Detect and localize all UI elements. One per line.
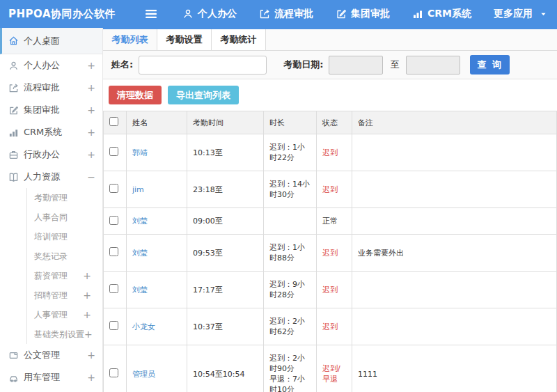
row-checkbox[interactable]	[109, 368, 118, 377]
employee-name-link[interactable]: 刘莹	[132, 217, 148, 226]
sidebar-item[interactable]: 人事管理 +	[26, 305, 102, 324]
attendance-time: 09:53至	[187, 235, 264, 272]
expand-toggle[interactable]: +	[87, 82, 95, 93]
home-icon	[8, 36, 19, 46]
sidebar-item[interactable]: 集团审批 +	[0, 99, 102, 121]
topnav-item-label: 个人办公	[198, 8, 237, 20]
sidebar-item-label: 集团审批	[24, 104, 60, 116]
duration: 迟到：2小时90分 早退：7小时10分	[264, 345, 317, 392]
attendance-time: 17:17至	[187, 272, 264, 308]
row-checkbox[interactable]	[109, 284, 118, 293]
expand-toggle[interactable]: +	[83, 309, 91, 320]
expand-toggle[interactable]: −	[87, 171, 95, 182]
employee-name-link[interactable]: 刘莹	[132, 285, 148, 295]
sidebar-item[interactable]: 人力资源 −	[0, 166, 102, 188]
column-header: 状态	[317, 111, 352, 134]
tab[interactable]: 考勤列表	[103, 29, 157, 50]
sidebar-item[interactable]: 公文管理 +	[0, 344, 102, 366]
select-all-checkbox[interactable]	[109, 117, 118, 126]
duration: 迟到：14小时30分	[264, 171, 317, 208]
sidebar-item[interactable]: 流程审批 +	[0, 77, 102, 99]
sidebar-item-label: 考勤管理	[34, 192, 68, 204]
sidebar-item[interactable]: 个人桌面	[0, 28, 102, 54]
attendance-time: 10:13至	[187, 134, 264, 171]
sidebar-item[interactable]: 薪资管理 +	[26, 266, 102, 285]
column-header: 时长	[264, 111, 317, 134]
row-checkbox[interactable]	[109, 321, 118, 330]
sidebar-item-label: 人力资源	[24, 171, 60, 183]
sidebar-item-label: 招聘管理	[34, 290, 68, 301]
employee-name-link[interactable]: 刘莹	[132, 249, 148, 258]
note	[352, 308, 557, 345]
car-icon	[8, 373, 19, 383]
expand-toggle[interactable]: +	[83, 290, 91, 301]
topnav-item[interactable]: 更多应用	[494, 8, 547, 20]
sidebar-item[interactable]: 行政办公 +	[0, 143, 102, 166]
sidebar-item[interactable]: 考勤管理	[26, 188, 102, 207]
note	[352, 272, 557, 308]
sidebar-item[interactable]: CRM系统 +	[0, 121, 102, 143]
sidebar-item[interactable]: 用车管理 +	[0, 366, 102, 389]
expand-toggle[interactable]: +	[87, 350, 95, 361]
duration: 迟到：2小时62分	[264, 308, 317, 345]
employee-name-link[interactable]: 小龙女	[132, 322, 155, 331]
employee-name-link[interactable]: 管理员	[132, 370, 155, 379]
topnav-item-label: 集团审批	[351, 8, 390, 20]
sidebar-item[interactable]: 培训管理	[26, 227, 102, 246]
name-input[interactable]	[139, 56, 267, 75]
table-row: jim 23:18至 迟到：14小时30分 迟到	[104, 171, 557, 208]
attendance-table: 姓名 考勤时间 时长 状态 备注 郭靖 10:13至 迟到：1小时22分	[103, 111, 557, 392]
table-row: 管理员 10:54至10:54 迟到：2小时90分 早退：7小时10分 迟到/早…	[104, 345, 557, 392]
query-button[interactable]: 查 询	[470, 55, 510, 75]
topnav-item-label: CRM系统	[427, 8, 471, 20]
duration: 迟到：1小时22分	[264, 134, 317, 171]
sidebar-item[interactable]: 奖惩记录	[26, 246, 102, 266]
expand-toggle[interactable]: +	[87, 372, 95, 383]
tab[interactable]: 考勤统计	[212, 29, 266, 50]
topnav-item[interactable]: 集团审批	[336, 8, 390, 20]
date-from-input[interactable]	[329, 56, 383, 75]
topnav-item-label: 更多应用	[494, 8, 533, 20]
sidebar-item[interactable]: 招聘管理 +	[26, 285, 102, 305]
table-row: 小龙女 10:37至 迟到：2小时62分 迟到	[104, 308, 557, 345]
expand-toggle[interactable]: +	[83, 270, 91, 281]
table-row: 刘莹 17:17至 迟到：9小时28分 迟到	[104, 272, 557, 308]
flow-icon	[259, 8, 270, 19]
attendance-time: 23:18至	[187, 171, 264, 208]
expand-toggle[interactable]: +	[87, 127, 95, 138]
row-checkbox[interactable]	[109, 184, 118, 193]
search-bar: 姓名: 考勤日期: 至 查 询	[103, 51, 557, 79]
date-label: 考勤日期:	[283, 58, 323, 71]
row-checkbox[interactable]	[109, 247, 118, 256]
employee-name-link[interactable]: 郭靖	[132, 148, 148, 157]
note	[352, 134, 557, 171]
expand-toggle[interactable]: +	[87, 104, 95, 116]
caret-down-icon	[540, 10, 547, 18]
expand-toggle[interactable]: +	[87, 149, 95, 160]
row-checkbox[interactable]	[109, 147, 118, 156]
employee-name-link[interactable]: jim	[132, 185, 144, 194]
sidebar-item[interactable]: 人事合同	[26, 207, 102, 227]
briefcase-icon	[8, 150, 19, 160]
table-body: 郭靖 10:13至 迟到：1小时22分 迟到 jim 23:18至 迟到：14小…	[104, 134, 557, 392]
row-checkbox[interactable]	[109, 216, 118, 225]
topnav-item[interactable]: 流程审批	[259, 8, 313, 20]
clean-data-button[interactable]: 清理数据	[109, 86, 162, 104]
status-text: 正常	[322, 217, 338, 226]
action-bar: 清理数据 导出查询列表	[103, 79, 557, 111]
top-navigation: 个人办公 流程审批 集团审批 CRM系统	[182, 8, 557, 20]
topnav-item[interactable]: CRM系统	[412, 8, 471, 20]
sidebar-item-label: 奖惩记录	[34, 251, 68, 262]
export-list-button[interactable]: 导出查询列表	[168, 86, 239, 104]
sidebar: 个人桌面 个人办公 + 流程审批 + 集团审批 + CRM系统 + 行政办公	[0, 28, 103, 392]
expand-toggle[interactable]: +	[84, 329, 93, 340]
tab[interactable]: 考勤设置	[157, 29, 212, 50]
table-row: 刘莹 09:00至 正常	[104, 208, 557, 235]
date-to-input[interactable]	[406, 56, 460, 75]
topnav-item[interactable]: 个人办公	[182, 8, 237, 20]
sidebar-item[interactable]: 基础类别设置 +	[26, 324, 102, 344]
sidebar-item[interactable]: 个人办公 +	[0, 54, 102, 77]
menu-icon[interactable]	[143, 6, 159, 22]
status-text: 迟到	[322, 322, 338, 331]
expand-toggle[interactable]: +	[87, 60, 95, 71]
